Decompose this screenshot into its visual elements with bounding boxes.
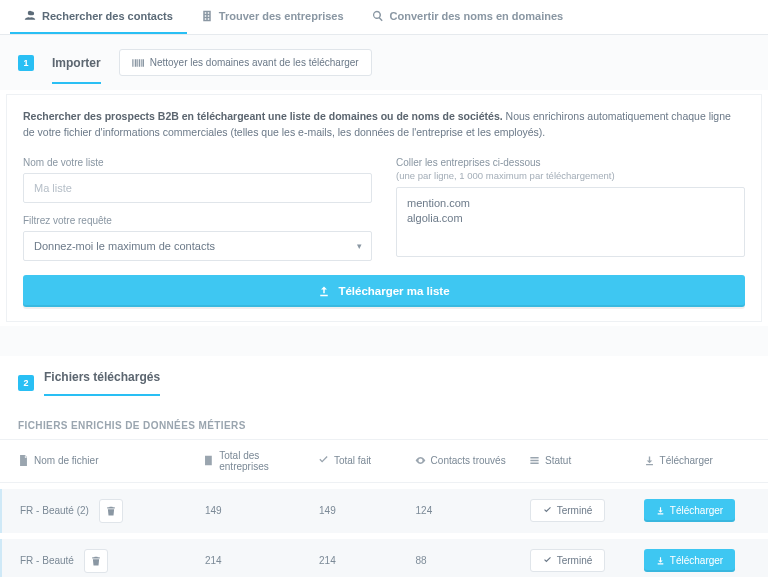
cell-done: 214: [319, 555, 407, 566]
tab-convert[interactable]: Convertir des noms en domaines: [358, 0, 578, 34]
clean-domains-button[interactable]: Nettoyer les domaines avant de les téléc…: [119, 49, 372, 76]
table-header: Nom de fichier Total des entreprises Tot…: [0, 439, 768, 483]
paste-label: Coller les entreprises ci-dessous: [396, 157, 745, 168]
intro-text: Rechercher des prospects B2B en téléchar…: [23, 109, 745, 141]
delete-button[interactable]: [84, 549, 108, 573]
step2-badge: 2: [18, 375, 34, 391]
step1-label: Importer: [52, 56, 101, 84]
download-icon: [656, 556, 665, 565]
upload-icon: [318, 285, 330, 297]
building-icon: [201, 10, 213, 22]
intro-bold: Rechercher des prospects B2B en téléchar…: [23, 110, 503, 122]
step1-header: 1 Importer Nettoyer les domaines avant d…: [0, 35, 768, 90]
users-icon: [24, 10, 36, 22]
file-name: FR - Beauté: [20, 555, 74, 566]
files-caption: FICHIERS ENRICHIS DE DONNÉES MÉTIERS: [0, 402, 768, 439]
file-icon: [18, 455, 29, 466]
download-icon: [656, 506, 665, 515]
step1-badge: 1: [18, 55, 34, 71]
top-tabs: Rechercher des contacts Trouver des entr…: [0, 0, 768, 35]
check-icon: [543, 556, 552, 565]
upload-list-button[interactable]: Télécharger ma liste: [23, 275, 745, 307]
status-badge: Terminé: [530, 549, 606, 572]
cell-companies: 149: [205, 505, 311, 516]
files-table: Nom de fichier Total des entreprises Tot…: [0, 439, 768, 578]
check-icon: [543, 506, 552, 515]
col-contacts: Contacts trouvés: [415, 455, 521, 466]
tab-contacts-label: Rechercher des contacts: [42, 10, 173, 22]
cell-contacts: 88: [416, 555, 522, 566]
list-name-label: Nom de votre liste: [23, 157, 372, 168]
barcode-icon: [132, 58, 144, 68]
download-icon: [644, 455, 655, 466]
cell-done: 149: [319, 505, 407, 516]
col-done: Total fait: [318, 455, 407, 466]
page: Rechercher des contacts Trouver des entr…: [0, 0, 768, 577]
tab-convert-label: Convertir des noms en domaines: [390, 10, 564, 22]
list-name-input[interactable]: [23, 173, 372, 203]
tab-contacts[interactable]: Rechercher des contacts: [10, 0, 187, 34]
tab-companies-label: Trouver des entreprises: [219, 10, 344, 22]
upload-list-label: Télécharger ma liste: [338, 285, 449, 297]
download-button[interactable]: Télécharger: [644, 549, 735, 572]
import-panel: Rechercher des prospects B2B en téléchar…: [6, 94, 762, 322]
col-companies: Total des entreprises: [203, 450, 309, 472]
delete-button[interactable]: [99, 499, 123, 523]
cell-companies: 214: [205, 555, 311, 566]
tab-companies[interactable]: Trouver des entreprises: [187, 0, 358, 34]
trash-icon: [106, 506, 116, 516]
step2-header: 2 Fichiers téléchargés: [0, 356, 768, 402]
building-icon: [203, 455, 214, 466]
cell-contacts: 124: [416, 505, 522, 516]
col-status: Statut: [529, 455, 635, 466]
filter-label: Filtrez votre requête: [23, 215, 372, 226]
search-icon: [372, 10, 384, 22]
col-filename: Nom de fichier: [18, 455, 195, 466]
clean-domains-label: Nettoyer les domaines avant de les téléc…: [150, 57, 359, 68]
trash-icon: [91, 556, 101, 566]
status-badge: Terminé: [530, 499, 606, 522]
filter-select[interactable]: Donnez-moi le maximum de contacts: [23, 231, 372, 261]
paste-hint: (une par ligne, 1 000 maximum par téléch…: [396, 170, 745, 181]
file-name: FR - Beauté (2): [20, 505, 89, 516]
eye-icon: [415, 455, 426, 466]
download-button[interactable]: Télécharger: [644, 499, 735, 522]
companies-textarea[interactable]: [396, 187, 745, 257]
check-icon: [318, 455, 329, 466]
step2-label: Fichiers téléchargés: [44, 370, 160, 396]
table-row: FR - Beauté (2)149149124TerminéTélécharg…: [0, 489, 768, 533]
status-icon: [529, 455, 540, 466]
table-row: FR - Beauté21421488TerminéTélécharger: [0, 539, 768, 578]
col-download: Télécharger: [644, 455, 750, 466]
